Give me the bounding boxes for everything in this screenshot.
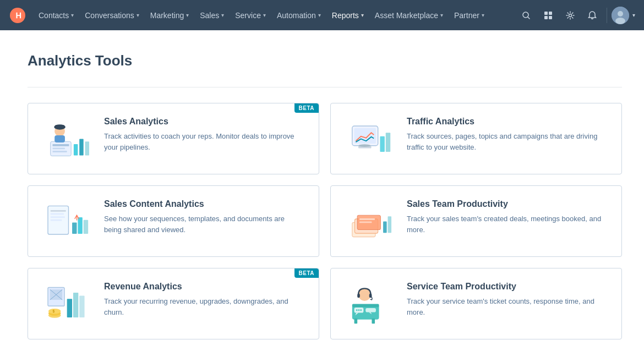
svg-rect-34 <box>83 220 88 233</box>
nav-item-service[interactable]: Service ▾ <box>230 0 271 30</box>
chevron-down-icon: ▾ <box>221 12 224 18</box>
chevron-down-icon: ▾ <box>71 12 74 18</box>
svg-point-63 <box>356 309 357 311</box>
beta-badge-2: BETA <box>294 268 319 278</box>
chevron-down-icon: ▾ <box>361 12 364 18</box>
avatar[interactable] <box>612 7 629 24</box>
nav-item-automation[interactable]: Automation ▾ <box>271 0 326 30</box>
svg-point-65 <box>360 309 362 311</box>
svg-text:$: $ <box>52 309 54 314</box>
svg-rect-67 <box>372 318 375 323</box>
sales-team-productivity-illustration <box>346 199 396 243</box>
card-sales-team-productivity-title: Sales Team Productivity <box>407 199 606 209</box>
card-service-team-productivity[interactable]: Service Team Productivity Track your ser… <box>330 268 622 339</box>
svg-rect-5 <box>549 16 552 19</box>
card-sales-analytics[interactable]: BETA <box>28 103 319 174</box>
nav-item-sales[interactable]: Sales ▾ <box>194 0 230 30</box>
card-sales-team-productivity[interactable]: Sales Team Productivity Track your sales… <box>330 185 622 257</box>
card-sales-team-productivity-content: Sales Team Productivity Track your sales… <box>407 199 606 235</box>
marketplace-button[interactable] <box>538 6 558 25</box>
card-traffic-analytics-title: Traffic Analytics <box>407 117 606 127</box>
card-sales-analytics-title: Sales Analytics <box>104 117 303 127</box>
search-button[interactable] <box>516 6 536 25</box>
notifications-button[interactable] <box>582 6 602 25</box>
revenue-analytics-illustration: $ <box>43 282 93 326</box>
svg-point-26 <box>358 144 371 147</box>
svg-rect-57 <box>357 293 360 298</box>
svg-rect-30 <box>50 216 64 218</box>
svg-rect-31 <box>50 219 62 221</box>
card-sales-content-analytics-description: See how your sequences, templates, and d… <box>104 213 303 235</box>
card-sales-analytics-content: Sales Analytics Track activities to coac… <box>104 117 303 152</box>
svg-rect-41 <box>383 221 387 233</box>
svg-point-8 <box>618 11 623 17</box>
beta-badge: BETA <box>294 103 319 113</box>
card-revenue-analytics-content: Revenue Analytics Track your recurring r… <box>104 282 303 317</box>
card-traffic-analytics[interactable]: Traffic Analytics Track sources, pages, … <box>330 103 622 174</box>
svg-point-52 <box>48 308 61 313</box>
settings-button[interactable] <box>560 6 580 25</box>
svg-rect-55 <box>352 304 379 307</box>
card-service-team-productivity-title: Service Team Productivity <box>407 282 606 292</box>
card-service-team-productivity-content: Service Team Productivity Track your ser… <box>407 282 606 317</box>
svg-rect-18 <box>54 135 65 142</box>
nav-items: Contacts ▾ Conversations ▾ Marketing ▾ S… <box>33 0 516 30</box>
svg-rect-11 <box>52 144 69 146</box>
nav-item-asset-marketplace[interactable]: Asset Marketplace ▾ <box>369 0 449 30</box>
card-sales-content-analytics[interactable]: Sales Content Analytics See how your seq… <box>28 185 319 257</box>
chevron-down-icon: ▾ <box>318 12 321 18</box>
card-sales-team-productivity-description: Track your sales team's created deals, m… <box>407 213 606 235</box>
service-team-productivity-illustration <box>346 282 396 326</box>
chevron-down-icon: ▾ <box>186 12 189 18</box>
svg-rect-2 <box>544 12 548 15</box>
svg-rect-40 <box>359 221 372 223</box>
card-revenue-analytics[interactable]: BETA $ <box>28 268 319 339</box>
avatar-chevron-icon[interactable]: ▾ <box>632 12 635 18</box>
svg-rect-15 <box>79 139 84 155</box>
navbar: Contacts ▾ Conversations ▾ Marketing ▾ S… <box>0 0 644 30</box>
svg-point-6 <box>569 14 572 17</box>
chevron-down-icon: ▾ <box>482 12 484 18</box>
nav-item-reports[interactable]: Reports ▾ <box>326 0 369 30</box>
svg-rect-29 <box>50 213 63 215</box>
page-title: Analytics Tools <box>28 52 622 69</box>
cards-grid: BETA <box>28 103 622 339</box>
card-sales-content-analytics-title: Sales Content Analytics <box>104 199 303 209</box>
svg-rect-39 <box>359 218 374 220</box>
main-content: Analytics Tools BETA <box>0 30 644 361</box>
sales-content-analytics-illustration <box>43 199 93 243</box>
divider <box>28 87 622 87</box>
svg-rect-3 <box>549 12 552 15</box>
nav-item-contacts[interactable]: Contacts ▾ <box>33 0 79 30</box>
svg-rect-12 <box>52 147 65 149</box>
svg-rect-32 <box>72 222 77 234</box>
svg-rect-47 <box>67 299 72 317</box>
chevron-down-icon: ▾ <box>263 12 266 18</box>
sales-analytics-illustration <box>43 117 93 161</box>
svg-rect-13 <box>52 151 67 152</box>
svg-rect-48 <box>73 292 78 317</box>
svg-rect-42 <box>388 216 391 233</box>
svg-point-64 <box>358 309 359 311</box>
svg-rect-14 <box>73 144 78 155</box>
card-traffic-analytics-description: Track sources, pages, topics and campaig… <box>407 131 606 152</box>
card-traffic-analytics-content: Traffic Analytics Track sources, pages, … <box>407 117 606 152</box>
svg-rect-24 <box>385 133 390 152</box>
nav-item-conversations[interactable]: Conversations ▾ <box>79 0 145 30</box>
hubspot-logo[interactable] <box>9 7 26 24</box>
traffic-analytics-illustration <box>346 117 396 161</box>
svg-rect-23 <box>380 136 384 151</box>
chevron-down-icon: ▾ <box>137 12 139 18</box>
nav-item-partner[interactable]: Partner ▾ <box>449 0 490 30</box>
svg-rect-28 <box>50 210 66 211</box>
nav-item-marketing[interactable]: Marketing ▾ <box>145 0 194 30</box>
svg-rect-49 <box>79 295 84 317</box>
chevron-down-icon: ▾ <box>440 12 443 18</box>
card-revenue-analytics-description: Track your recurring revenue, upgrades, … <box>104 296 303 317</box>
svg-rect-61 <box>365 308 376 312</box>
svg-rect-20 <box>55 125 64 128</box>
navbar-divider <box>607 8 607 23</box>
svg-rect-4 <box>544 16 548 19</box>
svg-rect-66 <box>354 318 357 323</box>
svg-point-9 <box>615 18 625 24</box>
